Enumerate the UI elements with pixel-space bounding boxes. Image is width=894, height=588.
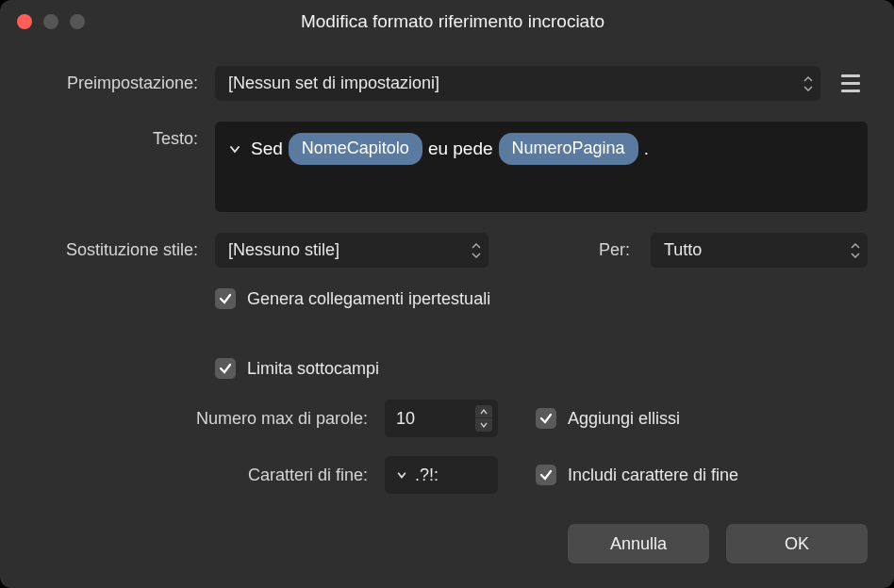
stepper-icon	[472, 243, 481, 258]
text-label: Testo:	[26, 122, 215, 149]
style-sub-label: Sostituzione stile:	[26, 240, 215, 260]
text-part: .	[644, 135, 649, 163]
chevron-down-icon[interactable]	[396, 466, 407, 485]
content: Preimpostazione: [Nessun set di impostaz…	[0, 43, 894, 494]
checkbox-checked-icon	[536, 465, 556, 485]
end-chars-label: Caratteri di fine:	[26, 466, 385, 485]
gen-hyper-row: Genera collegamenti ipertestuali	[26, 288, 868, 309]
limit-sub-check[interactable]: Limita sottocampi	[215, 358, 379, 379]
text-row: Testo: Sed NomeCapitolo eu pede NumeroPa…	[26, 122, 868, 212]
max-words-label: Numero max di parole:	[26, 409, 385, 429]
gen-hyper-check[interactable]: Genera collegamenti ipertestuali	[215, 288, 490, 309]
text-template-input[interactable]: Sed NomeCapitolo eu pede NumeroPagina .	[215, 122, 868, 212]
dialog-window: Modifica formato riferimento incrociato …	[0, 0, 894, 588]
text-part: Sed	[251, 135, 283, 163]
preset-select[interactable]: [Nessun set di impostazioni]	[215, 66, 820, 101]
preset-label: Preimpostazione:	[26, 74, 215, 93]
stepper-icon	[803, 76, 813, 91]
limit-sub-row: Limita sottocampi	[26, 358, 868, 379]
close-icon[interactable]	[17, 14, 32, 29]
max-words-value: 10	[396, 409, 415, 429]
end-chars-input[interactable]: .?!:	[385, 456, 498, 494]
per-select[interactable]: Tutto	[651, 233, 868, 268]
style-sub-value: [Nessuno stile]	[228, 240, 339, 260]
chip-page-number[interactable]: NumeroPagina	[499, 133, 638, 165]
max-words-row: Numero max di parole: 10 Aggiungi elliss…	[26, 400, 868, 437]
titlebar: Modifica formato riferimento incrociato	[0, 0, 894, 43]
checkbox-checked-icon	[215, 358, 236, 379]
add-ellipsis-check[interactable]: Aggiungi ellissi	[536, 408, 680, 429]
footer: Annulla OK	[568, 524, 868, 564]
preset-menu-button[interactable]	[834, 67, 868, 101]
max-words-input[interactable]: 10	[385, 400, 498, 437]
add-ellipsis-label: Aggiungi ellissi	[568, 409, 680, 429]
dialog-title: Modifica formato riferimento incrociato	[85, 11, 877, 32]
cancel-button[interactable]: Annulla	[568, 524, 709, 564]
chevron-down-icon[interactable]	[228, 142, 241, 155]
hamburger-icon	[841, 74, 860, 92]
gen-hyper-label: Genera collegamenti ipertestuali	[247, 289, 490, 309]
stepper-icon	[851, 243, 860, 258]
traffic-lights	[17, 14, 85, 29]
include-end-check[interactable]: Includi carattere di fine	[536, 465, 738, 485]
preset-value: [Nessun set di impostazioni]	[228, 74, 439, 93]
style-sub-select[interactable]: [Nessuno stile]	[215, 233, 488, 268]
checkbox-checked-icon	[215, 288, 236, 309]
chip-chapter-name[interactable]: NomeCapitolo	[289, 133, 422, 165]
text-part: eu pede	[428, 135, 493, 163]
include-end-label: Includi carattere di fine	[568, 466, 738, 485]
minimize-icon[interactable]	[43, 14, 58, 29]
maximize-icon[interactable]	[70, 14, 85, 29]
per-value: Tutto	[664, 240, 702, 260]
ok-button[interactable]: OK	[726, 524, 868, 564]
style-sub-row: Sostituzione stile: [Nessuno stile] Per:…	[26, 233, 868, 268]
limit-sub-label: Limita sottocampi	[247, 359, 379, 379]
end-chars-value: .?!:	[415, 466, 439, 485]
checkbox-checked-icon	[536, 408, 556, 429]
preset-row: Preimpostazione: [Nessun set di impostaz…	[26, 66, 868, 101]
per-label: Per:	[599, 240, 630, 260]
stepper-icon[interactable]	[475, 405, 492, 432]
end-chars-row: Caratteri di fine: .?!: Includi caratter…	[26, 456, 868, 494]
